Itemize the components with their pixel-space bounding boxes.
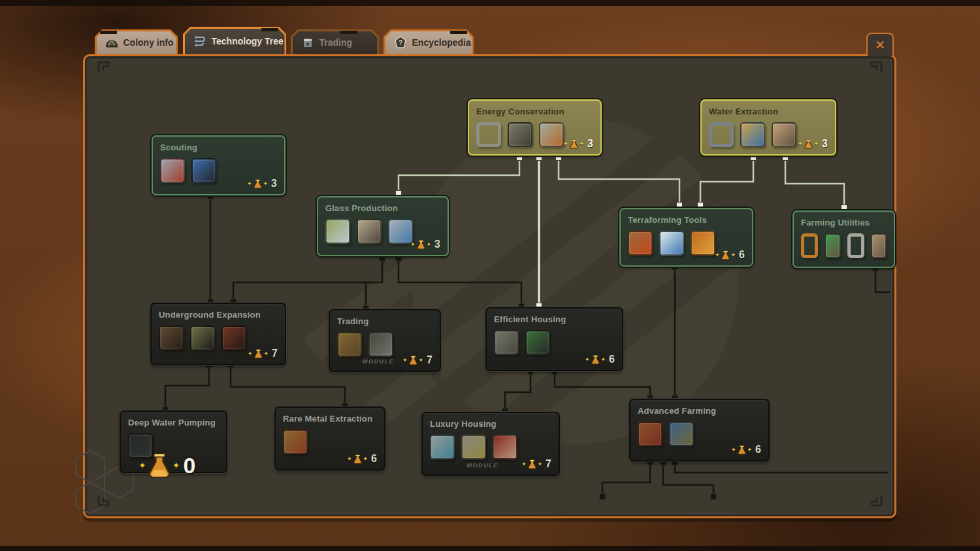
- research-cost-value: 3: [271, 178, 277, 190]
- science-flask-icon: [416, 240, 426, 250]
- tech-node-rare-metal-extraction[interactable]: Rare Metal Extraction✦✦6: [274, 407, 385, 471]
- tab-label: Trading: [319, 37, 353, 48]
- tab-colony-info[interactable]: Colony info: [95, 29, 178, 54]
- research-cost-value: 6: [609, 354, 615, 365]
- tech-node-luxury-housing[interactable]: Luxury HousingMODULE✦✦7: [421, 412, 560, 476]
- tech-node-underground-expansion[interactable]: Underground Expansion✦✦7: [150, 303, 286, 365]
- close-icon: ✕: [875, 38, 885, 52]
- tech-node-terraforming-tools[interactable]: Terraforming Tools✦✦6: [619, 208, 753, 267]
- spark-icon: ✦: [798, 141, 803, 147]
- science-flask-icon: [416, 240, 426, 250]
- tab-shape: Trading: [291, 29, 379, 54]
- tech-node-scouting[interactable]: Scouting✦✦3: [152, 135, 286, 195]
- tech-node-water-extraction[interactable]: Water Extraction✦✦3: [700, 99, 836, 156]
- seed-pod-icon: [871, 233, 887, 258]
- tab-shape: Colony info: [95, 29, 178, 54]
- spark-icon: ✦: [585, 357, 590, 363]
- tech-node-title: Rare Metal Extraction: [283, 414, 377, 424]
- tech-node-trading[interactable]: TradingMODULE✦✦7: [329, 309, 441, 372]
- science-flask-icon: [253, 349, 263, 359]
- tech-node-farming-utilities[interactable]: Farming Utilities: [792, 210, 895, 268]
- tech-tree-icon: [193, 35, 206, 48]
- tech-node-title: Efficient Housing: [494, 314, 615, 324]
- tech-node-energy-conservation[interactable]: Energy Conservation✦✦3: [468, 99, 602, 156]
- module-badge: MODULE: [467, 462, 498, 469]
- magma-vent-icon: [221, 326, 246, 350]
- hydroponics-grid-icon: [669, 422, 694, 446]
- science-flask-icon: [721, 250, 730, 260]
- science-flask-icon: [569, 139, 579, 149]
- science-flask-icon: [591, 355, 600, 365]
- science-flask-icon: [253, 179, 263, 189]
- spark-icon: ✦: [580, 141, 585, 147]
- tech-node-title: Water Extraction: [709, 107, 828, 116]
- pipe-frame-icon: [709, 122, 734, 147]
- glass-worker-icon: [325, 219, 350, 244]
- encyclopedia-icon: ?: [394, 36, 407, 49]
- science-flask-icon: [408, 356, 418, 365]
- tech-node-title: Glass Production: [325, 203, 440, 213]
- spark-icon: ✦: [347, 456, 352, 462]
- spark-icon: ✦: [563, 141, 568, 147]
- spark-icon: ✦: [427, 242, 432, 248]
- science-flask-icon: [591, 355, 600, 365]
- tech-node-glass-production[interactable]: Glass Production✦✦3: [317, 196, 449, 256]
- spark-icon: ✦: [731, 252, 736, 258]
- battery-unit-icon: [539, 122, 564, 147]
- tab-face: Colony info: [97, 31, 176, 55]
- trade-depot-icon: [337, 332, 362, 357]
- tech-node-advanced-farming[interactable]: Advanced Farming✦✦6: [629, 399, 770, 461]
- research-cost: ✦✦6: [347, 453, 377, 465]
- research-cost: ✦✦7: [248, 348, 278, 359]
- spark-icon: ✦: [715, 252, 720, 258]
- harvester-icon: [638, 422, 662, 446]
- science-flask-icon: [569, 139, 579, 149]
- spark-icon: ✦: [521, 461, 527, 467]
- antenna-habitat-icon: [525, 330, 550, 355]
- colonist-portrait-icon: [493, 435, 517, 459]
- tech-node-title: Trading: [337, 316, 433, 326]
- tab-label: Colony info: [123, 37, 174, 48]
- field-frame-icon: [801, 233, 818, 258]
- tab-technology-tree[interactable]: Technology Tree: [183, 27, 286, 54]
- tech-node-title: Farming Utilities: [801, 218, 887, 227]
- cargo-shuttle-icon: [368, 332, 393, 357]
- science-flask-icon: [737, 445, 747, 455]
- tech-tree-canvas[interactable]: Scouting✦✦3Energy Conservation✦✦3Water E…: [0, 0, 980, 551]
- tab-notch: [340, 31, 357, 34]
- tab-encyclopedia[interactable]: ?Encyclopedia: [384, 29, 474, 54]
- tab-face: Technology Tree: [185, 29, 285, 55]
- research-cost: ✦✦6: [585, 354, 615, 365]
- research-cost: ✦✦3: [247, 178, 277, 190]
- science-flask-icon: [527, 459, 537, 469]
- science-flask-icon: [527, 459, 537, 469]
- tab-face: ?Encyclopedia: [385, 31, 472, 55]
- research-cost: ✦✦7: [521, 458, 551, 470]
- tab-notch: [100, 31, 117, 34]
- close-button[interactable]: ✕: [866, 33, 894, 56]
- tab-face: Trading: [293, 31, 378, 55]
- mine-shaft-icon: [159, 326, 184, 350]
- spark-icon: ✦: [410, 242, 416, 248]
- research-cost-value: 6: [755, 444, 761, 456]
- frame-structure-icon: [476, 122, 501, 147]
- tech-node-deep-water-pumping[interactable]: Deep Water Pumping: [120, 410, 227, 473]
- tech-node-title: Advanced Farming: [638, 406, 761, 416]
- spark-icon: ✦: [402, 358, 408, 363]
- research-cost: ✦✦3: [563, 138, 593, 150]
- tab-label: Technology Tree: [212, 36, 284, 46]
- research-cost-value: 7: [272, 348, 278, 359]
- tech-node-title: Underground Expansion: [159, 310, 278, 320]
- drill-machine-icon: [190, 326, 215, 350]
- tech-node-icons: [337, 332, 433, 357]
- research-cost-value: 6: [371, 453, 377, 465]
- science-flask-icon: [353, 454, 363, 464]
- habitat-module-icon: [461, 435, 486, 459]
- spark-icon: ✦: [538, 461, 543, 467]
- science-flask-icon: [804, 139, 813, 149]
- tech-node-icons: [494, 330, 615, 355]
- tab-trading[interactable]: Trading: [291, 29, 379, 54]
- tech-node-icons: [159, 326, 278, 350]
- scout-drone-icon: [191, 158, 216, 183]
- tech-node-efficient-housing[interactable]: Efficient Housing✦✦6: [485, 307, 623, 371]
